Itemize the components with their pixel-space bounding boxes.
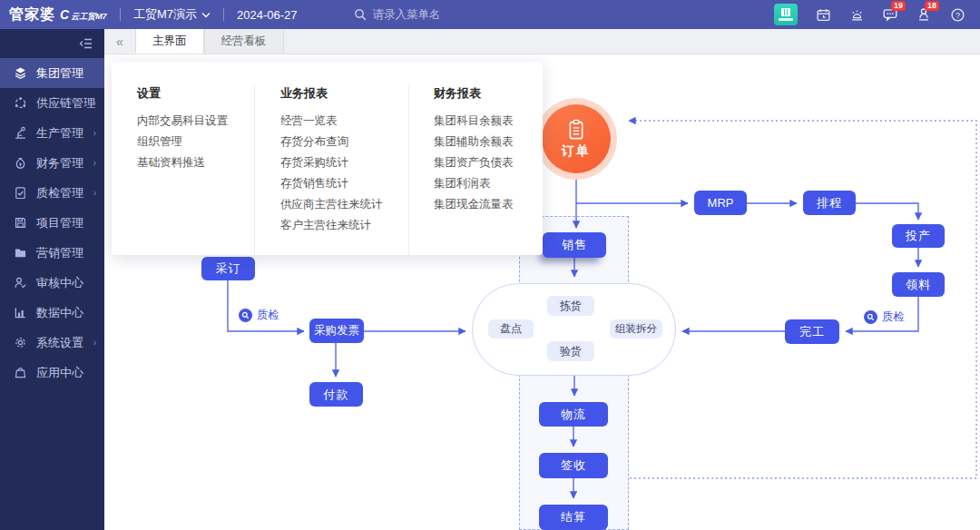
alarm-button[interactable] [848,6,865,23]
flow-node-completion[interactable]: 完工 [785,319,839,344]
menu-item-inventory-purchase-stats[interactable]: 存货采购统计 [280,152,408,173]
sidebar-item-data[interactable]: 数据中心 [0,298,104,328]
apps-bag-icon [14,366,27,379]
help-button[interactable]: ? [949,6,965,23]
flow-node-picking[interactable]: 拣货 [547,296,594,316]
flow-node-inspection[interactable]: 验货 [547,341,594,361]
flow-node-logistics[interactable]: 物流 [539,402,608,427]
flow-node-settlement[interactable]: 结算 [539,505,608,530]
sidebar-item-label: 系统设置 [36,335,83,351]
flow-node-purchase-invoice[interactable]: 采购发票 [309,319,364,343]
menu-item-group-balance-sheet[interactable]: 集团资产负债表 [434,152,543,173]
menu-item-internal-account-setup[interactable]: 内部交易科目设置 [137,111,254,132]
order-label: 订单 [562,143,591,160]
menu-section-header: 财务报表 [434,85,543,102]
data-chart-icon [14,306,27,319]
menu-item-supplier-dealings-stats[interactable]: 供应商主营往来统计 [280,194,408,215]
message-count-badge: 19 [891,1,906,11]
sidebar-item-apps[interactable]: 应用中心 [0,358,104,388]
workspace-selector[interactable]: 工贸M7演示 [133,6,211,23]
menu-item-org-management[interactable]: 组织管理 [137,132,254,152]
layers-icon [14,66,27,80]
chevron-right-icon: › [93,128,96,138]
flow-node-stocktaking[interactable]: 盘点 [488,319,534,339]
topbar-separator [120,8,121,21]
sidebar-item-finance[interactable]: 财务管理 › [0,148,104,178]
logo-c-mark: C [60,7,69,22]
menu-item-group-aux-balance[interactable]: 集团辅助余额表 [434,132,543,152]
alarm-icon [849,7,865,23]
audit-person-check-icon [14,276,27,290]
menu-item-group-income-statement[interactable]: 集团利润表 [434,173,543,194]
sidebar-collapse-icon[interactable] [79,37,93,50]
main-content: 订单 采订 采购发票 付款 销售 MRP 排程 投产 领料 完工 物流 签收 结… [104,54,980,530]
business-date: 2024-06-27 [237,8,298,22]
sidebar-item-label: 项目管理 [36,215,83,231]
tab-dashboard[interactable]: 经营看板 [204,29,284,54]
logo-suffix-text: 云工贸M7 [71,11,107,23]
sidebar-item-supply-chain[interactable]: 供应链管理 › [0,88,104,118]
quality-icon [14,186,27,200]
sidebar-item-label: 营销管理 [36,245,83,261]
menu-item-group-cashflow-statement[interactable]: 集团现金流量表 [434,194,543,215]
chevron-right-icon: › [93,338,96,348]
flow-node-payment[interactable]: 付款 [309,382,363,407]
sidebar-item-marketing[interactable]: 营销管理 [0,238,104,268]
quality-magnifier-icon [239,309,252,322]
flow-node-to-production[interactable]: 投产 [892,224,945,248]
flow-node-assembly-split[interactable]: 组装拆分 [610,319,662,339]
flow-node-order[interactable]: 订单 [535,98,617,180]
tabs-scroll-left-icon[interactable]: « [104,29,135,54]
menu-section-header: 设置 [137,85,254,102]
contacts-button[interactable]: 18 [916,6,932,23]
qrcode-pixels [781,8,790,16]
production-icon [14,126,27,140]
app-logo: 管家婆 C 云工贸M7 [0,5,107,25]
menu-item-base-data-push[interactable]: 基础资料推送 [137,152,254,173]
chevron-right-icon: › [93,158,96,168]
sidebar-item-label: 集团管理 [36,65,83,82]
contact-count-badge: 18 [925,1,939,11]
logo-brand-text: 管家婆 [9,5,55,25]
menu-item-group-account-balance[interactable]: 集团科目余额表 [434,111,543,132]
sidebar-item-label: 质检管理 [36,185,83,201]
project-save-icon [14,216,27,230]
menu-item-inventory-distribution[interactable]: 存货分布查询 [280,132,408,152]
quality-check-label: 质检 [257,308,279,323]
messages-button[interactable]: 19 [882,6,898,23]
chevron-down-icon [201,12,211,18]
sidebar-item-label: 供应链管理 [36,95,95,112]
svg-text:?: ? [955,10,959,19]
chevron-right-icon: › [93,188,96,198]
menu-item-business-overview[interactable]: 经营一览表 [280,111,408,132]
menu-search[interactable] [354,8,473,21]
menu-item-customer-dealings-stats[interactable]: 客户主营往来统计 [280,215,408,236]
sidebar-item-quality[interactable]: 质检管理 › [0,178,104,208]
marketing-folder-icon [14,246,27,260]
group-management-menu-panel: 设置 内部交易科目设置 组织管理 基础资料推送 业务报表 经营一览表 存货分布查… [112,62,543,255]
search-icon [354,8,367,21]
tab-main[interactable]: 主界面 [135,29,204,54]
tabbar: « 主界面 经营看板 [104,29,980,54]
flow-node-scheduling[interactable]: 排程 [803,191,856,215]
sidebar-item-audit[interactable]: 审核中心 [0,268,104,298]
flow-node-purchase-order[interactable]: 采订 [201,257,255,280]
flow-node-sign-off[interactable]: 签收 [539,453,608,478]
finance-icon [14,156,27,170]
flow-node-material-requisition[interactable]: 领料 [892,272,945,297]
sidebar-item-production[interactable]: 生产管理 › [0,118,104,148]
supply-chain-icon [14,96,27,110]
chevron-right-icon: › [93,98,96,108]
sidebar-item-project[interactable]: 项目管理 [0,208,104,238]
sidebar-item-system[interactable]: 系统设置 › [0,328,104,358]
sidebar: 集团管理 供应链管理 › 生产管理 › 财务管理 › 质检管理 › 项目管理 营… [0,29,104,530]
topbar: 管家婆 C 云工贸M7 工贸M7演示 2024-06-27 19 18 [0,0,980,29]
qrcode-promo-icon[interactable] [774,4,798,25]
calendar-button[interactable] [815,6,831,23]
sidebar-item-group[interactable]: 集团管理 [0,58,104,88]
flow-node-mrp[interactable]: MRP [694,191,747,215]
gear-icon [14,336,27,349]
search-input[interactable] [373,8,473,21]
flow-node-sales[interactable]: 销售 [543,232,606,258]
menu-item-inventory-sales-stats[interactable]: 存货销售统计 [280,173,408,194]
